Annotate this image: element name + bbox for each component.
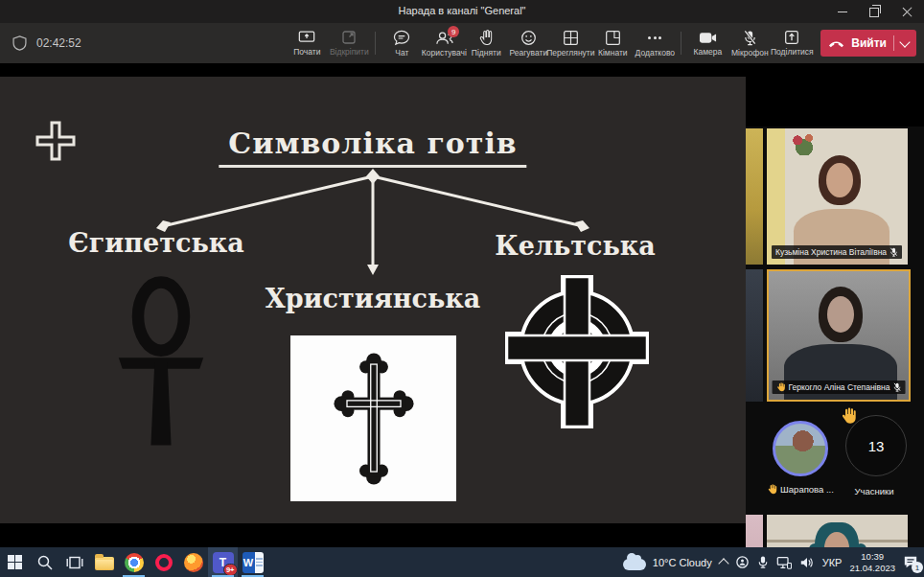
camera-button[interactable]: Камера — [686, 23, 728, 63]
opera-icon — [155, 554, 173, 571]
video-tile-gerkoglo[interactable]: Геркогло Аліна Степанівна — [767, 269, 911, 402]
more-button[interactable]: Додатково — [634, 23, 676, 63]
start-share-button[interactable]: Почати — [286, 23, 328, 63]
restore-icon — [869, 8, 879, 17]
weather-widget[interactable]: 10°C Cloudy — [623, 555, 712, 570]
restore-button[interactable] — [859, 0, 891, 23]
mic-muted-icon — [743, 30, 757, 46]
teams-meeting-window: Нарада в каналі "General" 02:42:52 Почат… — [0, 0, 924, 577]
raise-hand-icon — [479, 30, 494, 46]
participant-label: Шарапова ... — [767, 484, 834, 495]
camera-icon — [699, 31, 717, 45]
action-center-button[interactable]: 1 — [903, 555, 918, 569]
teams-icon: T9+ — [213, 552, 234, 573]
folder-icon — [95, 557, 114, 570]
chrome-button[interactable] — [119, 547, 149, 577]
meeting-timer: 02:42:52 — [36, 36, 81, 50]
react-button[interactable]: Реагувати — [507, 23, 549, 63]
clipped-video-tile — [746, 128, 763, 265]
chat-button[interactable]: Чат — [381, 23, 423, 63]
orthodox-cross-card — [290, 335, 456, 501]
search-button[interactable] — [30, 547, 59, 577]
share-tray-button[interactable]: Поділитися — [771, 23, 813, 63]
close-button[interactable] — [891, 0, 924, 23]
task-view-icon — [66, 555, 83, 570]
branch-label-celtic: Кельтська — [495, 231, 656, 261]
shared-slide: Символіка готів Єгипетська Християнська … — [0, 77, 746, 523]
view-button[interactable]: Переглянути — [549, 23, 591, 63]
cloud-icon — [623, 559, 646, 570]
windows-logo-icon — [8, 555, 23, 570]
task-view-button[interactable] — [59, 547, 89, 577]
branch-label-christian: Християнська — [266, 284, 481, 313]
share-up-icon — [784, 30, 799, 45]
raised-hand-icon — [776, 382, 786, 392]
window-titlebar: Нарада в каналі "General" — [0, 0, 924, 23]
word-icon: W — [243, 552, 264, 573]
language-indicator[interactable]: УКР — [822, 557, 843, 568]
avatar — [773, 421, 828, 476]
smiley-icon — [520, 30, 537, 46]
file-explorer-button[interactable] — [89, 547, 119, 577]
participants-sidebar: Кузьміна Христина Віталіївна Геркогло Ал… — [746, 127, 924, 577]
opera-button[interactable] — [149, 547, 178, 577]
rooms-button[interactable]: Кімнати — [591, 23, 634, 63]
chrome-icon — [125, 553, 144, 572]
system-tray: 10°C Cloudy УКР 10:39 21.04.2023 1 — [623, 547, 924, 577]
clipped-video-tile — [746, 269, 763, 402]
participants-button[interactable]: 9 Користувачі — [423, 23, 465, 63]
participants-count-label: Учасники — [838, 486, 911, 496]
participants-count-tile[interactable]: 13 Учасники — [838, 407, 911, 509]
raise-hand-button[interactable]: Підняти — [465, 23, 507, 63]
minimize-button[interactable] — [826, 0, 859, 23]
meeting-stage: Символіка готів Єгипетська Християнська … — [0, 63, 924, 540]
leave-options-chevron-icon[interactable] — [899, 36, 910, 47]
search-icon — [36, 554, 54, 571]
meeting-toolbar: 02:42:52 Почати Відкріпити Чат 9 Користу… — [0, 23, 924, 63]
more-icon — [648, 29, 661, 46]
participant-nametag: Кузьміна Христина Віталіївна — [772, 245, 902, 259]
teams-taskbar-button[interactable]: T9+ — [208, 547, 238, 577]
teams-notification-badge: 9+ — [223, 564, 238, 576]
firefox-button[interactable] — [178, 547, 208, 577]
video-tile-kuzmina[interactable]: Кузьміна Христина Віталіївна — [767, 128, 908, 265]
mic-muted-icon — [892, 382, 901, 392]
network-icon[interactable] — [776, 556, 792, 569]
start-button[interactable] — [0, 547, 30, 577]
mic-button[interactable]: Мікрофон — [728, 23, 771, 63]
word-button[interactable]: W — [238, 547, 267, 577]
mic-tray-icon[interactable] — [757, 555, 769, 569]
window-title: Нарада в каналі "General" — [0, 5, 924, 16]
branch-label-egyptian: Єгипетська — [68, 228, 243, 258]
toolbar-divider — [681, 32, 681, 55]
minimize-icon — [838, 12, 847, 12]
raised-hand-icon — [840, 407, 857, 425]
tray-expand-chevron-icon[interactable] — [718, 558, 728, 568]
windows-taskbar: T9+ W 10°C Cloudy УКР 10:39 21.04.2023 — [0, 547, 924, 577]
celtic-cross-symbol — [505, 275, 649, 428]
popout-icon — [341, 30, 357, 45]
window-controls — [826, 0, 924, 23]
hangup-icon — [828, 39, 844, 48]
grid-view-icon — [563, 30, 579, 46]
notification-count-badge: 1 — [912, 562, 923, 573]
tray-time: 10:39 — [861, 551, 884, 562]
mic-muted-icon — [889, 247, 898, 257]
rooms-icon — [605, 30, 621, 46]
volume-icon[interactable] — [799, 556, 815, 569]
chat-icon — [393, 30, 410, 46]
flowers-decor — [788, 130, 820, 155]
popout-button[interactable]: Відкріпити — [328, 23, 370, 63]
participants-count-badge: 9 — [448, 26, 459, 37]
ankh-symbol — [115, 274, 207, 456]
toolbar-divider — [375, 32, 376, 55]
orthodox-budded-cross-symbol — [320, 349, 427, 489]
leave-button[interactable]: Вийти — [820, 30, 916, 57]
firefox-icon — [184, 553, 203, 572]
teams-tray-icon[interactable] — [735, 555, 750, 569]
clock[interactable]: 10:39 21.04.2023 — [849, 551, 895, 574]
tray-date: 21.04.2023 — [849, 563, 895, 573]
close-icon — [903, 7, 912, 16]
raised-hand-icon — [767, 484, 777, 495]
audio-tile-sharapova[interactable]: Шарапова ... — [767, 407, 834, 509]
